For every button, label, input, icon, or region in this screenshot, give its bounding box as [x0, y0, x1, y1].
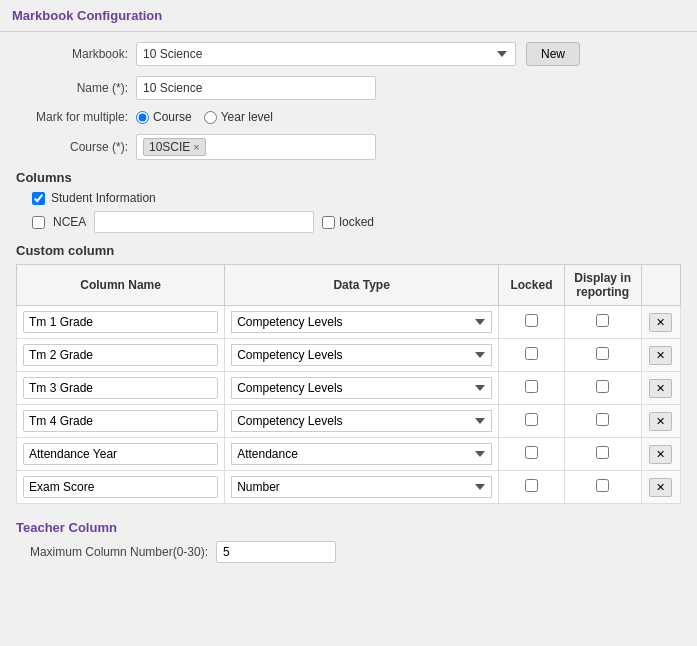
mark-for-multiple-group: Course Year level	[136, 110, 273, 124]
course-tag-text: 10SCIE	[149, 140, 190, 154]
display-checkbox-4[interactable]	[596, 446, 609, 459]
delete-row-button-1[interactable]: ✕	[649, 346, 672, 365]
col-type-select-2[interactable]: Competency LevelsAttendanceNumberTextDat…	[231, 377, 492, 399]
teacher-col-section: Teacher Column Maximum Column Number(0-3…	[16, 520, 681, 563]
course-tag: 10SCIE ×	[143, 138, 206, 156]
locked-checkbox-2[interactable]	[525, 380, 538, 393]
locked-label-row: locked	[322, 215, 374, 229]
course-radio-label[interactable]: Course	[136, 110, 192, 124]
max-col-row: Maximum Column Number(0-30):	[16, 541, 681, 563]
panel-body: Markbook: 10 Science New Name (*): Mark …	[0, 32, 697, 583]
col-name-input-1[interactable]	[23, 344, 218, 366]
display-checkbox-5[interactable]	[596, 479, 609, 492]
course-tag-input[interactable]: 10SCIE ×	[136, 134, 376, 160]
col-type-select-0[interactable]: Competency LevelsAttendanceNumberTextDat…	[231, 311, 492, 333]
ncea-label: NCEA	[53, 215, 86, 229]
year-level-radio-text: Year level	[221, 110, 273, 124]
col-name-input-3[interactable]	[23, 410, 218, 432]
display-checkbox-0[interactable]	[596, 314, 609, 327]
locked-checkbox-3[interactable]	[525, 413, 538, 426]
markbook-select[interactable]: 10 Science	[136, 42, 516, 66]
max-col-input[interactable]	[216, 541, 336, 563]
course-tag-remove[interactable]: ×	[193, 141, 199, 153]
col-type-select-3[interactable]: Competency LevelsAttendanceNumberTextDat…	[231, 410, 492, 432]
display-header: Display in reporting	[564, 265, 641, 306]
markbook-row: Markbook: 10 Science New	[16, 42, 681, 66]
ncea-locked-checkbox[interactable]	[322, 216, 335, 229]
panel-header: Markbook Configuration	[0, 0, 697, 32]
custom-col-header: Custom column	[16, 243, 681, 258]
table-row: Competency LevelsAttendanceNumberTextDat…	[17, 405, 681, 438]
columns-section: Columns Student Information NCEA locked	[16, 170, 681, 233]
year-level-radio[interactable]	[204, 111, 217, 124]
custom-col-table: Column Name Data Type Locked Display in …	[16, 264, 681, 504]
col-type-select-5[interactable]: Competency LevelsAttendanceNumberTextDat…	[231, 476, 492, 498]
col-name-input-4[interactable]	[23, 443, 218, 465]
display-checkbox-1[interactable]	[596, 347, 609, 360]
locked-checkbox-5[interactable]	[525, 479, 538, 492]
action-header	[641, 265, 680, 306]
ncea-row: NCEA locked	[32, 211, 681, 233]
display-checkbox-2[interactable]	[596, 380, 609, 393]
table-row: Competency LevelsAttendanceNumberTextDat…	[17, 471, 681, 504]
locked-checkbox-0[interactable]	[525, 314, 538, 327]
name-input[interactable]	[136, 76, 376, 100]
name-label: Name (*):	[16, 81, 136, 95]
locked-checkbox-4[interactable]	[525, 446, 538, 459]
delete-row-button-0[interactable]: ✕	[649, 313, 672, 332]
max-col-label: Maximum Column Number(0-30):	[16, 545, 216, 559]
columns-header: Columns	[16, 170, 681, 185]
mark-for-multiple-label: Mark for multiple:	[16, 110, 136, 124]
data-type-header: Data Type	[225, 265, 499, 306]
ncea-checkbox[interactable]	[32, 216, 45, 229]
student-info-label: Student Information	[51, 191, 156, 205]
locked-text: locked	[339, 215, 374, 229]
delete-row-button-3[interactable]: ✕	[649, 412, 672, 431]
delete-row-button-4[interactable]: ✕	[649, 445, 672, 464]
col-name-input-0[interactable]	[23, 311, 218, 333]
year-level-radio-label[interactable]: Year level	[204, 110, 273, 124]
course-radio[interactable]	[136, 111, 149, 124]
locked-header: Locked	[499, 265, 565, 306]
table-row: Competency LevelsAttendanceNumberTextDat…	[17, 372, 681, 405]
panel-title: Markbook Configuration	[12, 8, 162, 23]
student-info-checkbox[interactable]	[32, 192, 45, 205]
delete-row-button-2[interactable]: ✕	[649, 379, 672, 398]
name-row: Name (*):	[16, 76, 681, 100]
teacher-col-header: Teacher Column	[16, 520, 681, 535]
table-row: Competency LevelsAttendanceNumberTextDat…	[17, 339, 681, 372]
course-radio-text: Course	[153, 110, 192, 124]
display-checkbox-3[interactable]	[596, 413, 609, 426]
col-type-select-1[interactable]: Competency LevelsAttendanceNumberTextDat…	[231, 344, 492, 366]
locked-checkbox-1[interactable]	[525, 347, 538, 360]
student-info-row: Student Information	[32, 191, 681, 205]
course-label: Course (*):	[16, 140, 136, 154]
markbook-label: Markbook:	[16, 47, 136, 61]
course-row: Course (*): 10SCIE ×	[16, 134, 681, 160]
custom-column-section: Custom column Column Name Data Type Lock…	[16, 243, 681, 504]
table-row: Competency LevelsAttendanceNumberTextDat…	[17, 306, 681, 339]
col-name-input-5[interactable]	[23, 476, 218, 498]
table-header-row: Column Name Data Type Locked Display in …	[17, 265, 681, 306]
new-button[interactable]: New	[526, 42, 580, 66]
col-name-input-2[interactable]	[23, 377, 218, 399]
col-name-header: Column Name	[17, 265, 225, 306]
delete-row-button-5[interactable]: ✕	[649, 478, 672, 497]
col-type-select-4[interactable]: Competency LevelsAttendanceNumberTextDat…	[231, 443, 492, 465]
mark-for-multiple-row: Mark for multiple: Course Year level	[16, 110, 681, 124]
ncea-input[interactable]	[94, 211, 314, 233]
table-row: Competency LevelsAttendanceNumberTextDat…	[17, 438, 681, 471]
markbook-config-page: Markbook Configuration Markbook: 10 Scie…	[0, 0, 697, 646]
